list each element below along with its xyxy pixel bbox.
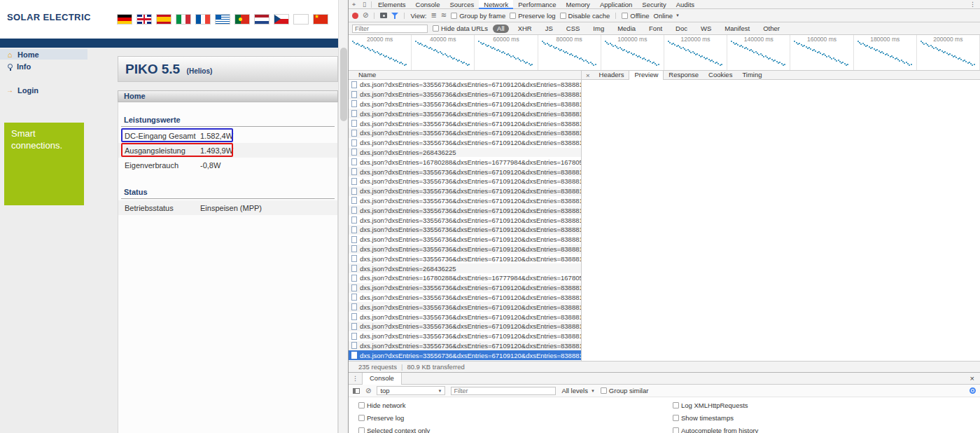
flag-france-icon[interactable]: [196, 15, 210, 24]
filter-pill-img[interactable]: Img: [589, 25, 608, 33]
flag-italy-icon[interactable]: [176, 15, 190, 24]
tab-performance[interactable]: Performance: [513, 0, 561, 9]
request-row[interactable]: dxs.json?dxsEntries=33556736&dxsEntries=…: [349, 196, 581, 206]
log-xmlhttprequests-checkbox[interactable]: Log XMLHttpRequests: [673, 401, 758, 409]
request-row[interactable]: dxs.json?dxsEntries=33556736&dxsEntries=…: [349, 109, 581, 118]
drawer-menu-icon[interactable]: ⋮: [349, 375, 362, 382]
offline-checkbox[interactable]: Offline: [622, 12, 649, 20]
tab-cookies[interactable]: Cookies: [704, 71, 737, 80]
flag-united-kingdom-icon[interactable]: [137, 15, 151, 24]
request-row[interactable]: dxs.json?dxsEntries=33556736&dxsEntries=…: [349, 254, 581, 263]
tab-preview[interactable]: Preview: [629, 71, 664, 80]
filter-pill-font[interactable]: Font: [645, 25, 666, 33]
tab-application[interactable]: Application: [595, 0, 637, 9]
tab-timing[interactable]: Timing: [737, 71, 766, 80]
close-detail-icon[interactable]: ×: [582, 71, 594, 79]
flag-greece-icon[interactable]: [216, 15, 230, 24]
tab-security[interactable]: Security: [637, 0, 671, 9]
request-row[interactable]: dxs.json?dxsEntries=33556736&dxsEntries=…: [349, 293, 581, 303]
network-overview[interactable]: 20000 ms40000 ms60000 ms80000 ms100000 m…: [349, 35, 980, 71]
filter-pill-ws[interactable]: WS: [696, 25, 715, 33]
request-row[interactable]: dxs.json?dxsEntries=16780288&dxsEntries=…: [349, 157, 581, 167]
filter-icon[interactable]: [391, 13, 398, 19]
selected-context-only-checkbox[interactable]: Selected context only: [358, 427, 430, 433]
request-row[interactable]: dxs.json?dxsEntries=33556736&dxsEntries=…: [349, 235, 581, 245]
request-row[interactable]: dxs.json?dxsEntries=16780288&dxsEntries=…: [349, 273, 581, 283]
console-sidebar-icon[interactable]: [353, 388, 360, 394]
request-row[interactable]: dxs.json?dxsEntries=33556736&dxsEntries=…: [349, 186, 581, 196]
flag-czech-republic-icon[interactable]: [274, 15, 288, 24]
request-row[interactable]: dxs.json?dxsEntries=33556736&dxsEntries=…: [349, 167, 581, 177]
filter-pill-doc[interactable]: Doc: [671, 25, 692, 33]
clear-icon[interactable]: ⊘: [363, 12, 368, 19]
page-scrollbar[interactable]: [338, 0, 348, 433]
device-toolbar-icon[interactable]: ▯: [359, 1, 370, 8]
tab-console[interactable]: Console: [411, 0, 445, 9]
flag-netherlands-icon[interactable]: [255, 15, 269, 24]
devtools-menu-icon[interactable]: ⋮: [965, 1, 980, 8]
request-row[interactable]: dxs.json?dxsEntries=33556736&dxsEntries=…: [349, 245, 581, 254]
console-settings-icon[interactable]: [969, 387, 976, 394]
request-row[interactable]: dxs.json?dxsEntries=33556736&dxsEntries=…: [349, 118, 581, 128]
request-row[interactable]: dxs.json?dxsEntries=33556736&dxsEntries=…: [349, 341, 581, 351]
request-row[interactable]: dxs.json?dxsEntries=33556736&dxsEntries=…: [349, 205, 581, 215]
tab-response[interactable]: Response: [664, 71, 704, 80]
console-filter-input[interactable]: [451, 387, 556, 395]
log-level-select[interactable]: All levels ▼: [561, 387, 594, 394]
list-view-icon[interactable]: ≣: [430, 12, 436, 19]
filter-pill-media[interactable]: Media: [613, 25, 640, 33]
flag-portugal-icon[interactable]: [235, 15, 249, 24]
scrollbar-thumb[interactable]: [340, 48, 347, 121]
request-row[interactable]: dxs.json?dxsEntries=33556736&dxsEntries=…: [349, 283, 581, 293]
request-row[interactable]: dxs.json?dxsEntries=33556736&dxsEntries=…: [349, 322, 581, 331]
flag-china-icon[interactable]: [314, 15, 328, 24]
tab-sources[interactable]: Sources: [444, 0, 479, 9]
group-by-frame-checkbox[interactable]: Group by frame: [451, 12, 505, 20]
filter-pill-js[interactable]: JS: [541, 25, 557, 33]
tab-audits[interactable]: Audits: [671, 0, 699, 9]
filter-pill-other[interactable]: Other: [759, 25, 784, 33]
throttling-select[interactable]: Online ▼: [654, 12, 680, 20]
request-row[interactable]: dxs.json?dxsEntries=33556736&dxsEntries=…: [349, 312, 581, 322]
sidebar-item-info[interactable]: Info: [0, 61, 88, 71]
request-row[interactable]: dxs.json?dxsEntries=33556736&dxsEntries=…: [349, 177, 581, 186]
disable-cache-checkbox[interactable]: Disable cache: [560, 12, 610, 20]
tab-elements[interactable]: Elements: [373, 0, 411, 9]
filter-pill-manifest[interactable]: Manifest: [720, 25, 754, 33]
autocomplete-from-history-checkbox[interactable]: Autocomplete from history: [673, 427, 758, 433]
tab-network[interactable]: Network: [479, 0, 513, 9]
clear-console-icon[interactable]: ⊘: [365, 387, 371, 394]
sidebar-item-home[interactable]: ⌂ Home: [0, 49, 88, 60]
show-timestamps-checkbox[interactable]: Show timestamps: [673, 414, 758, 422]
filter-pill-xhr[interactable]: XHR: [514, 25, 536, 33]
flag-germany-icon[interactable]: [118, 15, 132, 24]
request-row[interactable]: dxs.json?dxsEntries=268436225: [349, 263, 581, 273]
preserve-log-checkbox[interactable]: Preserve log: [510, 12, 555, 20]
request-row[interactable]: dxs.json?dxsEntries=33556736&dxsEntries=…: [349, 90, 581, 99]
hide-network-checkbox[interactable]: Hide network: [358, 401, 430, 409]
request-row[interactable]: dxs.json?dxsEntries=33556736&dxsEntries=…: [349, 350, 581, 360]
tab-memory[interactable]: Memory: [561, 0, 595, 9]
request-row[interactable]: dxs.json?dxsEntries=33556736&dxsEntries=…: [349, 99, 581, 109]
tab-headers[interactable]: Headers: [594, 71, 629, 80]
filter-pill-css[interactable]: CSS: [562, 25, 584, 33]
request-row[interactable]: dxs.json?dxsEntries=33556736&dxsEntries=…: [349, 302, 581, 312]
request-row[interactable]: dxs.json?dxsEntries=33556736&dxsEntries=…: [349, 128, 581, 138]
request-row[interactable]: dxs.json?dxsEntries=33556736&dxsEntries=…: [349, 215, 581, 225]
tab-console-drawer[interactable]: Console: [362, 373, 402, 385]
capture-screenshots-icon[interactable]: [380, 13, 387, 18]
request-row[interactable]: dxs.json?dxsEntries=33556736&dxsEntries=…: [349, 138, 581, 148]
context-select[interactable]: top ▼: [377, 386, 445, 395]
sidebar-item-login[interactable]: → Login: [0, 85, 88, 95]
filter-pill-all[interactable]: All: [493, 25, 509, 33]
name-column-header[interactable]: Name: [349, 71, 581, 80]
request-row[interactable]: dxs.json?dxsEntries=33556736&dxsEntries=…: [349, 331, 581, 341]
flag-hungary-icon[interactable]: [294, 15, 308, 24]
request-row[interactable]: dxs.json?dxsEntries=268436225: [349, 148, 581, 158]
group-similar-checkbox[interactable]: Group similar: [601, 387, 649, 394]
network-filter-input[interactable]: [352, 25, 428, 33]
inspect-element-icon[interactable]: ⌖: [349, 1, 359, 8]
hide-data-urls-checkbox[interactable]: Hide data URLs: [433, 25, 488, 32]
close-drawer-icon[interactable]: ×: [965, 374, 980, 383]
waterfall-view-icon[interactable]: ≋: [441, 12, 447, 19]
